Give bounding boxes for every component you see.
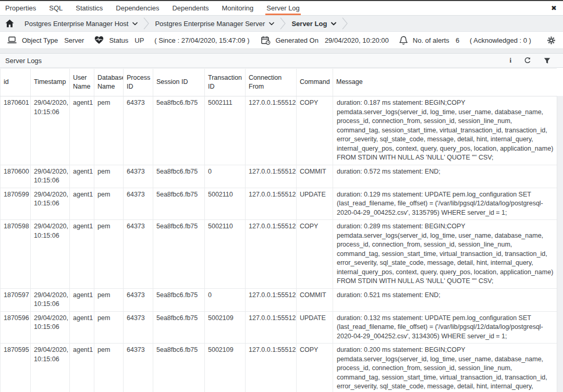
column-header-message[interactable]: Message [333, 69, 557, 96]
chevron-down-icon [331, 22, 336, 26]
breadcrumb-separator-icon [341, 17, 348, 30]
cell-message: duration: 0.129 ms statement: UPDATE pem… [333, 188, 557, 220]
tab-dependencies[interactable]: Dependencies [115, 1, 160, 15]
column-header-command[interactable]: Command [297, 69, 333, 96]
cell-message: duration: 0.132 ms statement: UPDATE pem… [333, 311, 557, 344]
cell-database-name: pem [94, 220, 124, 289]
gear-icon[interactable] [547, 36, 556, 45]
alerts-count: 6 [456, 36, 459, 44]
heartbeat-icon [94, 36, 104, 44]
cell-timestamp: 29/04/2020, 10:15:06 [31, 96, 70, 165]
cell-process-id: 64373 [124, 188, 153, 220]
close-icon[interactable]: ✖ [551, 1, 557, 15]
cell-timestamp: 29/04/2020, 10:15:06 [31, 220, 70, 289]
cell-command: COPY [297, 344, 333, 392]
cell-user-name: agent1 [70, 311, 94, 344]
cell-process-id: 64373 [124, 96, 153, 165]
cell-connection-from: 127.0.0.1:55512 [246, 220, 297, 289]
calendar-clock-icon [261, 36, 271, 45]
home-icon[interactable] [5, 19, 14, 28]
cell-user-name: agent1 [70, 96, 94, 165]
cell-id: 1870599 [1, 188, 31, 220]
server-info-bar: Object Type Server Status UP ( Since : 2… [0, 31, 563, 49]
chevron-down-icon [269, 22, 274, 26]
alerts-acknowledged: ( Acknowledged : 0 ) [470, 36, 531, 44]
cell-session-id: 5ea8fbc6.fb75 [153, 288, 205, 311]
cell-connection-from: 127.0.0.1:55512 [246, 288, 297, 311]
column-header-session-id[interactable]: Session ID [153, 69, 205, 96]
cell-transaction-id: 5002110 [205, 220, 246, 289]
cell-user-name: agent1 [70, 288, 94, 311]
column-header-timestamp[interactable]: Timestamp [31, 69, 70, 96]
status-value: UP [134, 36, 144, 44]
breadcrumb-item-server[interactable]: Postgres Enterprise Manager Server [155, 20, 274, 28]
column-header-database-name[interactable]: Database Name [94, 69, 124, 96]
column-header-process-id[interactable]: Process ID [124, 69, 153, 96]
cell-user-name: agent1 [70, 188, 94, 220]
tab-sql[interactable]: SQL [48, 1, 64, 15]
table-row[interactable]: 1870598 29/04/2020, 10:15:06 agent1 pem … [1, 220, 557, 289]
table-row[interactable]: 1870597 29/04/2020, 10:15:06 agent1 pem … [1, 288, 557, 311]
cell-database-name: pem [94, 165, 124, 188]
cell-command: COPY [297, 220, 333, 289]
tab-dependents[interactable]: Dependents [171, 1, 210, 15]
table-row[interactable]: 1870601 29/04/2020, 10:15:06 agent1 pem … [1, 96, 557, 165]
cell-connection-from: 127.0.0.1:55512 [246, 311, 297, 344]
refresh-icon[interactable] [524, 57, 531, 64]
cell-user-name: agent1 [70, 344, 94, 392]
cell-process-id: 64373 [124, 220, 153, 289]
table-scrollbar[interactable] [557, 96, 563, 392]
cell-database-name: pem [94, 344, 124, 392]
server-logs-panel-header: Server Logs i [0, 54, 563, 68]
cell-transaction-id: 0 [205, 288, 246, 311]
cell-database-name: pem [94, 311, 124, 344]
cell-transaction-id: 0 [205, 165, 246, 188]
cell-session-id: 5ea8fbc6.fb75 [153, 344, 205, 392]
server-logs-table: id Timestamp User Name Database Name Pro… [0, 68, 557, 392]
column-header-id[interactable]: id [1, 69, 31, 96]
cell-process-id: 64373 [124, 311, 153, 344]
cell-user-name: agent1 [70, 220, 94, 289]
cell-database-name: pem [94, 188, 124, 220]
filter-icon[interactable] [544, 57, 550, 64]
breadcrumb-separator-icon [143, 17, 150, 30]
cell-process-id: 64373 [124, 165, 153, 188]
breadcrumb-item-host[interactable]: Postgres Enterprise Manager Host [25, 20, 138, 28]
table-header-row: id Timestamp User Name Database Name Pro… [1, 69, 557, 96]
breadcrumb-item-server-log[interactable]: Server Log [291, 20, 336, 28]
breadcrumb: Postgres Enterprise Manager Host Postgre… [0, 16, 563, 31]
cell-connection-from: 127.0.0.1:55512 [246, 344, 297, 392]
table-row[interactable]: 1870596 29/04/2020, 10:15:06 agent1 pem … [1, 311, 557, 344]
panel-title: Server Logs [5, 57, 42, 65]
table-row[interactable]: 1870600 29/04/2020, 10:15:06 agent1 pem … [1, 165, 557, 188]
info-icon[interactable]: i [509, 56, 511, 65]
table-row[interactable]: 1870595 29/04/2020, 10:15:06 agent1 pem … [1, 344, 557, 392]
column-header-connection-from[interactable]: Connection From [246, 69, 297, 96]
tab-statistics[interactable]: Statistics [75, 1, 104, 15]
cell-session-id: 5ea8fbc6.fb75 [153, 96, 205, 165]
cell-message: duration: 0.200 ms statement: BEGIN;COPY… [333, 344, 557, 392]
status-label: Status [109, 36, 128, 44]
cell-session-id: 5ea8fbc6.fb75 [153, 311, 205, 344]
chevron-down-icon [132, 22, 138, 26]
column-header-user-name[interactable]: User Name [70, 69, 94, 96]
cell-message: duration: 0.521 ms statement: END; [333, 288, 557, 311]
cell-transaction-id: 5002109 [205, 344, 246, 392]
cell-id: 1870601 [1, 96, 31, 165]
cell-command: COMMIT [297, 288, 333, 311]
object-type-label: Object Type [22, 36, 58, 44]
server-logs-panel: Server Logs i id Timestamp User Name D [0, 53, 563, 392]
column-header-transaction-id[interactable]: Transaction ID [205, 69, 246, 96]
tab-server-log[interactable]: Server Log [265, 1, 301, 15]
tab-monitoring[interactable]: Monitoring [221, 1, 255, 15]
object-type-value: Server [64, 36, 84, 44]
breadcrumb-separator-icon [279, 17, 286, 30]
tab-properties[interactable]: Properties [4, 1, 37, 15]
cell-timestamp: 29/04/2020, 10:15:06 [31, 344, 70, 392]
cell-session-id: 5ea8fbc6.fb75 [153, 188, 205, 220]
cell-transaction-id: 5002111 [205, 96, 246, 165]
cell-connection-from: 127.0.0.1:55512 [246, 188, 297, 220]
log-table-body: 1870601 29/04/2020, 10:15:06 agent1 pem … [1, 96, 557, 392]
cell-database-name: pem [94, 288, 124, 311]
table-row[interactable]: 1870599 29/04/2020, 10:15:06 agent1 pem … [1, 188, 557, 220]
